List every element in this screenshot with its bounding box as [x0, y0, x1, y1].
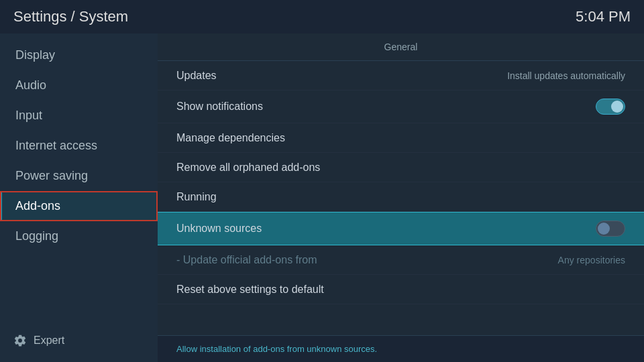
toggle-unknown-sources[interactable] — [596, 221, 625, 237]
clock: 5:04 PM — [576, 8, 631, 25]
setting-row-update-from[interactable]: - Update official add-ons from Any repos… — [158, 245, 644, 275]
setting-row-updates[interactable]: Updates Install updates automatically — [158, 61, 644, 90]
page-title: Settings / System — [13, 8, 128, 25]
setting-value-updates: Install updates automatically — [507, 70, 625, 81]
setting-label-reset-settings: Reset above settings to default — [176, 284, 324, 296]
setting-row-remove-orphaned[interactable]: Remove all orphaned add-ons — [158, 153, 644, 182]
setting-value-update-from: Any repositories — [558, 255, 625, 265]
gear-icon — [13, 334, 27, 347]
section-header: General — [158, 34, 644, 61]
sidebar-item-input[interactable]: Input — [0, 101, 158, 131]
setting-row-manage-dependencies[interactable]: Manage dependencies — [158, 123, 644, 153]
toggle-show-notifications[interactable] — [596, 99, 625, 115]
header: Settings / System 5:04 PM — [0, 0, 644, 34]
setting-label-show-notifications: Show notifications — [176, 101, 263, 113]
sidebar-item-internet-access[interactable]: Internet access — [0, 131, 158, 161]
setting-row-show-notifications[interactable]: Show notifications — [158, 90, 644, 123]
setting-row-running[interactable]: Running — [158, 182, 644, 212]
setting-label-updates: Updates — [176, 70, 217, 82]
sidebar-item-power-saving[interactable]: Power saving — [0, 161, 158, 191]
sidebar: Display Audio Input Internet access Powe… — [0, 34, 158, 362]
sidebar-item-display[interactable]: Display — [0, 40, 158, 70]
expert-label: Expert — [34, 335, 64, 347]
sidebar-item-audio[interactable]: Audio — [0, 70, 158, 101]
setting-label-update-from: - Update official add-ons from — [176, 254, 317, 266]
settings-list: Updates Install updates automatically Sh… — [158, 61, 644, 335]
content-area: General Updates Install updates automati… — [158, 34, 644, 362]
setting-label-manage-dependencies: Manage dependencies — [176, 132, 285, 144]
setting-row-reset-settings[interactable]: Reset above settings to default — [158, 275, 644, 304]
sidebar-item-add-ons[interactable]: Add-ons — [0, 191, 158, 221]
setting-label-unknown-sources: Unknown sources — [176, 223, 262, 235]
status-text: Allow installation of add-ons from unkno… — [176, 344, 377, 354]
sidebar-item-logging[interactable]: Logging — [0, 221, 158, 251]
setting-label-remove-orphaned: Remove all orphaned add-ons — [176, 162, 320, 174]
status-bar: Allow installation of add-ons from unkno… — [158, 335, 644, 362]
setting-label-running: Running — [176, 191, 217, 203]
setting-row-unknown-sources[interactable]: Unknown sources — [158, 212, 644, 245]
sidebar-footer[interactable]: Expert — [0, 326, 158, 355]
main-layout: Display Audio Input Internet access Powe… — [0, 34, 644, 362]
